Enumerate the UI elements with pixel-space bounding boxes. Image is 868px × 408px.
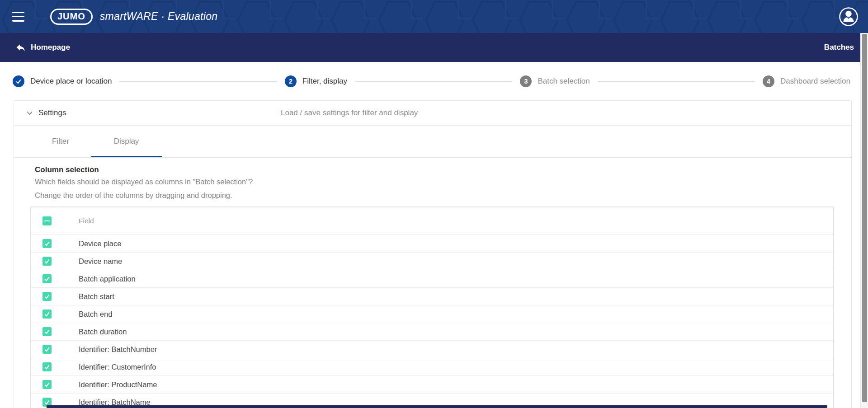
- context-title: Batches: [824, 43, 854, 52]
- row-field-label: Batch end: [79, 310, 112, 319]
- check-icon: [43, 346, 51, 353]
- column-selection-question: Which fields should be displayed as colu…: [35, 178, 851, 186]
- row-field-label: Identifier: ProductName: [79, 380, 157, 389]
- check-icon: [43, 363, 51, 370]
- step-connector: [355, 81, 512, 82]
- column-selection-hint: Change the order of the columns by dragg…: [35, 191, 851, 200]
- user-avatar-icon[interactable]: [839, 7, 859, 27]
- stepper-step: 4 Dashboard selection: [763, 75, 850, 87]
- step-indicator[interactable]: 2: [285, 75, 297, 87]
- check-icon: [43, 275, 51, 282]
- table-row[interactable]: Device name: [31, 252, 833, 270]
- table-row[interactable]: Batch application: [31, 270, 833, 287]
- select-all-checkbox[interactable]: [42, 216, 52, 225]
- table-row[interactable]: Identifier: CustomerInfo: [31, 358, 833, 375]
- scrollbar-thumb[interactable]: [862, 34, 867, 402]
- step-connector: [119, 81, 277, 82]
- step-label: Batch selection: [538, 77, 590, 86]
- row-checkbox[interactable]: [42, 239, 52, 248]
- check-icon: [43, 381, 51, 388]
- menu-line: [12, 16, 24, 18]
- step-connector: [598, 81, 755, 82]
- vertical-scrollbar[interactable]: [860, 33, 868, 408]
- field-column-header: Field: [79, 217, 94, 225]
- jumo-logo: JUMO: [50, 9, 93, 25]
- row-checkbox[interactable]: [42, 257, 52, 266]
- check-icon: [43, 240, 51, 247]
- row-checkbox[interactable]: [42, 274, 52, 283]
- app-header: JUMO smartWARE · Evaluation: [0, 0, 868, 33]
- row-checkbox[interactable]: [42, 310, 52, 319]
- table-row[interactable]: Identifier: ProductName: [31, 375, 833, 393]
- menu-icon[interactable]: [12, 12, 26, 22]
- row-field-label: Batch duration: [79, 328, 127, 336]
- menu-line: [12, 20, 24, 22]
- table-header-row: Field: [31, 207, 833, 234]
- check-icon: [43, 310, 51, 318]
- page-root: JUMO smartWARE · Evaluation Homepage Bat…: [0, 0, 868, 408]
- row-field-label: Batch application: [79, 275, 136, 283]
- clipped-bottom-panel: [47, 405, 827, 408]
- table-row[interactable]: Identifier: BatchNumber: [31, 340, 833, 358]
- row-checkbox[interactable]: [42, 292, 52, 301]
- check-icon: [15, 78, 22, 85]
- table-row[interactable]: Batch duration: [31, 323, 833, 340]
- table-row[interactable]: Batch start: [31, 287, 833, 305]
- check-icon: [43, 293, 51, 300]
- table-body: Device place Device name Batch applicati…: [31, 234, 833, 408]
- menu-line: [12, 12, 24, 14]
- stepper-step: Device place or location: [13, 75, 112, 87]
- back-arrow-icon: [15, 43, 26, 52]
- stepper: Device place or location 2 Filter, displ…: [0, 71, 860, 91]
- column-selection-title: Column selection: [35, 165, 851, 174]
- back-label: Homepage: [31, 43, 70, 52]
- row-checkbox[interactable]: [42, 327, 52, 336]
- column-table: Field Device place Device name Batch app…: [30, 206, 834, 408]
- row-field-label: Identifier: BatchNumber: [79, 345, 157, 354]
- settings-panel-header[interactable]: Settings Load / save settings for filter…: [14, 101, 851, 126]
- step-label: Filter, display: [302, 77, 347, 86]
- row-checkbox[interactable]: [42, 362, 52, 371]
- row-field-label: Device name: [79, 257, 122, 266]
- back-link[interactable]: Homepage: [15, 43, 70, 52]
- step-label: Device place or location: [30, 77, 112, 86]
- settings-title: Settings: [38, 108, 66, 117]
- chevron-down-icon: [26, 110, 33, 116]
- check-icon: [43, 399, 51, 406]
- row-field-label: Batch start: [79, 292, 114, 301]
- table-row[interactable]: Batch end: [31, 305, 833, 323]
- tab-filter[interactable]: Filter: [30, 126, 91, 157]
- display-tab-content: Column selection Which fields should be …: [14, 158, 851, 408]
- brand-block: JUMO smartWARE · Evaluation: [50, 9, 217, 25]
- indeterminate-icon: [44, 220, 50, 222]
- tab-display[interactable]: Display: [91, 126, 162, 157]
- step-indicator[interactable]: 4: [763, 75, 774, 87]
- stepper-step: 3 Batch selection: [520, 75, 590, 87]
- check-icon: [43, 258, 51, 265]
- row-field-label: Identifier: CustomerInfo: [79, 363, 156, 371]
- row-field-label: Device place: [79, 239, 121, 248]
- table-row[interactable]: Device place: [31, 234, 833, 252]
- stepper-step: 2 Filter, display: [285, 75, 347, 87]
- step-indicator[interactable]: [13, 75, 24, 87]
- row-checkbox[interactable]: [42, 345, 52, 354]
- breadcrumb-bar: Homepage Batches: [0, 33, 860, 62]
- product-title: smartWARE · Evaluation: [100, 10, 218, 23]
- step-indicator[interactable]: 3: [520, 75, 532, 87]
- settings-panel: Settings Load / save settings for filter…: [14, 100, 852, 408]
- settings-description: Load / save settings for filter and disp…: [281, 108, 418, 117]
- tab-bar: FilterDisplay: [14, 126, 851, 158]
- check-icon: [43, 328, 51, 335]
- row-checkbox[interactable]: [42, 380, 52, 389]
- step-label: Dashboard selection: [780, 77, 850, 86]
